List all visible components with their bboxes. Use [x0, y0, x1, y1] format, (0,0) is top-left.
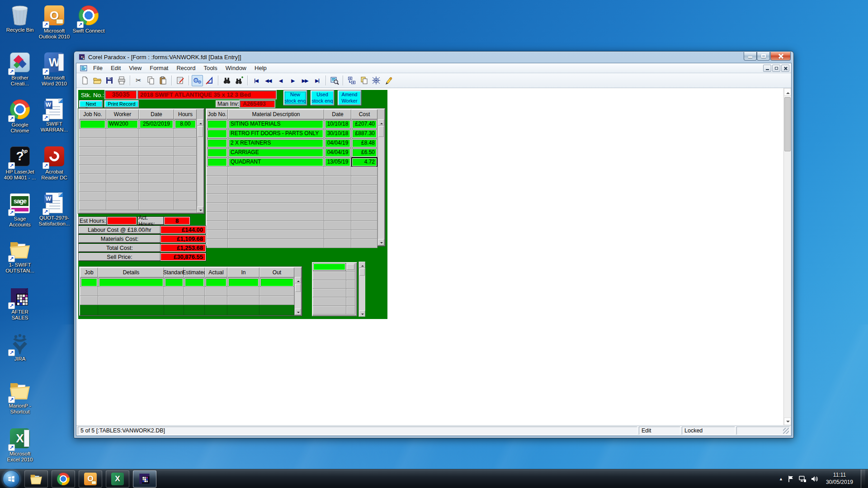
- titlebar[interactable]: Corel Paradox - [Form : :forms:VANWORK.f…: [76, 52, 792, 63]
- scroll-thumb[interactable]: [198, 126, 203, 137]
- out-cell[interactable]: [260, 278, 293, 286]
- desktop-icon-brother[interactable]: ↗ Brother Creati...: [3, 52, 37, 87]
- mdi-restore-button[interactable]: [772, 65, 780, 72]
- worker-table-scrollbar[interactable]: [197, 119, 203, 213]
- nav-last-record-button[interactable]: ▶|: [311, 75, 323, 86]
- copy-button[interactable]: [145, 75, 156, 86]
- network-icon[interactable]: [798, 475, 807, 483]
- cost-cell[interactable]: £6.50: [352, 149, 377, 157]
- desktop-icon-excel[interactable]: X ↗ Microsoft Excel 2010: [3, 427, 37, 463]
- used-stock-enq-button[interactable]: Usedstock enq: [311, 90, 334, 105]
- job-cell[interactable]: [208, 120, 227, 128]
- est-hours-field[interactable]: [107, 217, 137, 225]
- desktop-icon-swift-connect[interactable]: ↗ Swift Connect: [71, 5, 106, 34]
- desktop-icon-outlook[interactable]: O ↗ Microsoft Outlook 2010: [37, 5, 71, 40]
- taskbar-explorer-button[interactable]: [24, 470, 48, 488]
- nav-next-record-button[interactable]: ▶: [287, 75, 298, 86]
- date-cell[interactable]: 13/05/19: [325, 158, 350, 166]
- scroll-down-button[interactable]: [378, 239, 384, 245]
- show-desktop-button[interactable]: [861, 469, 865, 488]
- desktop-icon-hp-laserjet[interactable]: ? hp ↗ HP LaserJet 400 M401 - ...: [3, 145, 37, 181]
- menu-help[interactable]: Help: [250, 64, 271, 72]
- quick-form-button[interactable]: [329, 75, 340, 86]
- scroll-down-button[interactable]: [295, 309, 301, 315]
- window-scrollbar[interactable]: [783, 88, 791, 425]
- materials-table-scrollbar[interactable]: [377, 119, 384, 245]
- scroll-thumb[interactable]: [784, 97, 791, 151]
- in-cell[interactable]: [228, 278, 259, 286]
- taskbar-paradox-button[interactable]: [133, 470, 156, 488]
- amend-worker-button[interactable]: AmendWorker: [338, 90, 361, 105]
- resize-grip[interactable]: [736, 427, 790, 435]
- material-row[interactable]: CARRIAGE 04/04/19 £6.50: [207, 148, 377, 157]
- start-button[interactable]: [3, 470, 20, 488]
- description-cell[interactable]: CARRIAGE: [229, 149, 323, 157]
- menu-record[interactable]: Record: [172, 64, 199, 72]
- view-data-button[interactable]: ⚙⚙: [192, 75, 203, 86]
- nav-next-set-button[interactable]: ▶▶: [299, 75, 311, 86]
- desktop-icon-marionp-folder[interactable]: ↗ MarionP - Shortcut: [3, 380, 37, 415]
- desktop-icon-swift-warranty-doc[interactable]: W ↗ SWIFT WARRAN...: [37, 99, 71, 133]
- menu-window[interactable]: Window: [222, 64, 250, 72]
- nav-prev-set-button[interactable]: ◀◀: [263, 75, 274, 86]
- save-button[interactable]: [104, 75, 115, 86]
- taskbar-outlook-button[interactable]: O: [79, 470, 102, 488]
- job-cell[interactable]: [81, 278, 97, 286]
- job-cell[interactable]: [208, 149, 227, 157]
- table-link-button[interactable]: [346, 75, 357, 86]
- scroll-thumb[interactable]: [359, 268, 365, 276]
- scroll-thumb[interactable]: [378, 126, 384, 137]
- desktop-icon-jira[interactable]: ↗ JIRA: [3, 333, 37, 362]
- action-center-flag-icon[interactable]: [787, 475, 794, 483]
- act-hours-field[interactable]: 8: [164, 217, 190, 225]
- job-row[interactable]: [80, 277, 294, 287]
- mdi-minimize-button[interactable]: [763, 65, 771, 72]
- description-cell[interactable]: QUADRANT: [229, 158, 323, 166]
- worker-row[interactable]: WW200 25/02/2019 8.00: [79, 119, 197, 129]
- menu-format[interactable]: Format: [146, 64, 172, 72]
- taskbar-clock[interactable]: 11:11 30/05/2019: [822, 472, 857, 486]
- mini-table-scrollbar[interactable]: [359, 262, 365, 317]
- worker-cell[interactable]: WW200: [107, 120, 138, 128]
- job-cell[interactable]: [208, 139, 227, 147]
- find-replace-button[interactable]: [233, 75, 245, 86]
- hours-cell[interactable]: 8.00: [175, 120, 196, 128]
- mdi-close-button[interactable]: [781, 65, 789, 72]
- paste-button[interactable]: [157, 75, 169, 86]
- scroll-down-button[interactable]: [784, 418, 791, 425]
- new-stock-enq-button[interactable]: Newstock enq: [283, 90, 307, 105]
- job-cell[interactable]: [80, 120, 105, 128]
- desktop-icon-acrobat[interactable]: ↗ Acrobat Reader DC: [37, 145, 71, 181]
- material-row[interactable]: 2 X RETAINERS 04/04/19 £8.48: [207, 138, 377, 148]
- open-file-button[interactable]: [91, 75, 103, 86]
- job-cell[interactable]: [208, 130, 227, 138]
- date-cell[interactable]: 25/02/2019: [140, 120, 173, 128]
- design-view-button[interactable]: [204, 75, 215, 86]
- date-cell[interactable]: 04/04/19: [325, 139, 350, 147]
- desktop-icon-swift-outstanding-folder[interactable]: ↗ 1- SWIFT OUTSTAN...: [3, 239, 37, 274]
- stock-description-field[interactable]: 2018 SWIFT ATLANTIQUE 35 x 12 3 Bed: [137, 90, 276, 99]
- mini-row[interactable]: [313, 263, 356, 272]
- taskbar-excel-button[interactable]: X: [106, 470, 129, 488]
- date-cell[interactable]: 30/10/18: [325, 130, 350, 138]
- desktop-icon-word[interactable]: W ↗ Microsoft Word 2010: [37, 52, 71, 87]
- job-cell[interactable]: [208, 158, 227, 166]
- nav-prev-record-button[interactable]: ◀: [275, 75, 286, 86]
- web-publish-button[interactable]: [370, 75, 382, 86]
- cost-cell[interactable]: £8.48: [352, 139, 377, 147]
- actual-cell[interactable]: [206, 278, 226, 286]
- menu-view[interactable]: View: [125, 64, 146, 72]
- maximize-button[interactable]: [757, 52, 770, 61]
- desktop-icon-after-sales[interactable]: ↗ AFTER SALES: [3, 286, 37, 321]
- desktop-icon-sage[interactable]: sage ↗ Sage Accounts: [3, 192, 37, 228]
- mini-button[interactable]: [347, 264, 354, 270]
- nav-first-record-button[interactable]: |◀: [250, 75, 262, 86]
- date-cell[interactable]: 10/10/18: [325, 120, 350, 128]
- scroll-up-button[interactable]: [378, 119, 384, 126]
- material-row[interactable]: SITING MATERIALS 10/10/18 £207.40: [207, 119, 377, 129]
- scroll-thumb[interactable]: [295, 284, 301, 292]
- mini-green-field[interactable]: [313, 263, 345, 270]
- standard-cell[interactable]: [165, 278, 183, 286]
- copy-page-button[interactable]: [358, 75, 369, 86]
- speaker-icon[interactable]: [811, 475, 818, 483]
